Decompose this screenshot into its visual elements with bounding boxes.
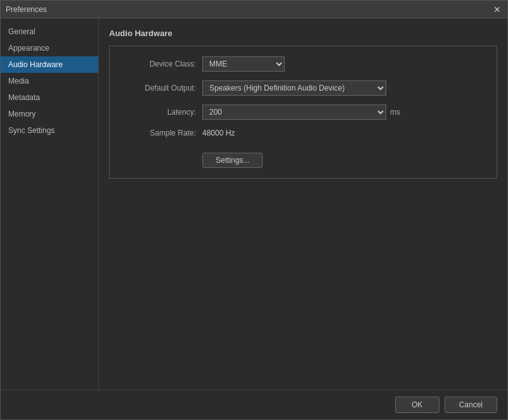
sample-rate-value: 48000 Hz <box>202 129 235 137</box>
title-bar: Preferences ✕ <box>1 1 507 18</box>
sidebar-item-general[interactable]: General <box>1 23 98 40</box>
sample-rate-row: Sample Rate: 48000 Hz <box>120 129 486 137</box>
sample-rate-label: Sample Rate: <box>120 129 202 137</box>
dialog-body: General Appearance Audio Hardware Media … <box>1 18 507 390</box>
sample-rate-control: 48000 Hz <box>202 129 235 137</box>
main-content: Audio Hardware Device Class: MME ASIO Di… <box>99 18 507 390</box>
cancel-button[interactable]: Cancel <box>445 397 497 413</box>
sidebar-item-appearance[interactable]: Appearance <box>1 40 98 56</box>
sidebar: General Appearance Audio Hardware Media … <box>1 18 99 390</box>
sidebar-item-audio-hardware[interactable]: Audio Hardware <box>1 56 98 73</box>
device-class-row: Device Class: MME ASIO DirectSound Windo… <box>120 56 486 72</box>
latency-label: Latency: <box>120 108 202 117</box>
dialog-title: Preferences <box>6 5 47 14</box>
default-output-select[interactable]: Speakers (High Definition Audio Device) … <box>202 80 386 96</box>
sidebar-item-media[interactable]: Media <box>1 73 98 89</box>
section-title: Audio Hardware <box>109 29 497 38</box>
latency-unit: ms <box>390 108 400 117</box>
settings-btn-row: Settings... <box>120 146 486 168</box>
ok-button[interactable]: OK <box>395 397 440 413</box>
device-class-control: MME ASIO DirectSound Windows Audio <box>202 56 285 72</box>
latency-row: Latency: 200 100 50 512 ms <box>120 105 486 120</box>
default-output-label: Default Output: <box>120 84 202 92</box>
device-class-label: Device Class: <box>120 60 202 68</box>
preferences-dialog: Preferences ✕ General Appearance Audio H… <box>0 0 508 420</box>
settings-button[interactable]: Settings... <box>202 153 263 168</box>
latency-select[interactable]: 200 100 50 512 <box>202 105 386 120</box>
close-button[interactable]: ✕ <box>492 4 502 15</box>
device-class-select[interactable]: MME ASIO DirectSound Windows Audio <box>202 56 285 72</box>
sidebar-item-memory[interactable]: Memory <box>1 106 98 122</box>
default-output-control: Speakers (High Definition Audio Device) … <box>202 80 386 96</box>
dialog-footer: OK Cancel <box>1 390 507 419</box>
default-output-row: Default Output: Speakers (High Definitio… <box>120 80 486 96</box>
latency-control: 200 100 50 512 ms <box>202 105 400 120</box>
sidebar-item-sync-settings[interactable]: Sync Settings <box>1 122 98 139</box>
audio-hardware-section: Device Class: MME ASIO DirectSound Windo… <box>109 46 497 179</box>
sidebar-item-metadata[interactable]: Metadata <box>1 89 98 106</box>
